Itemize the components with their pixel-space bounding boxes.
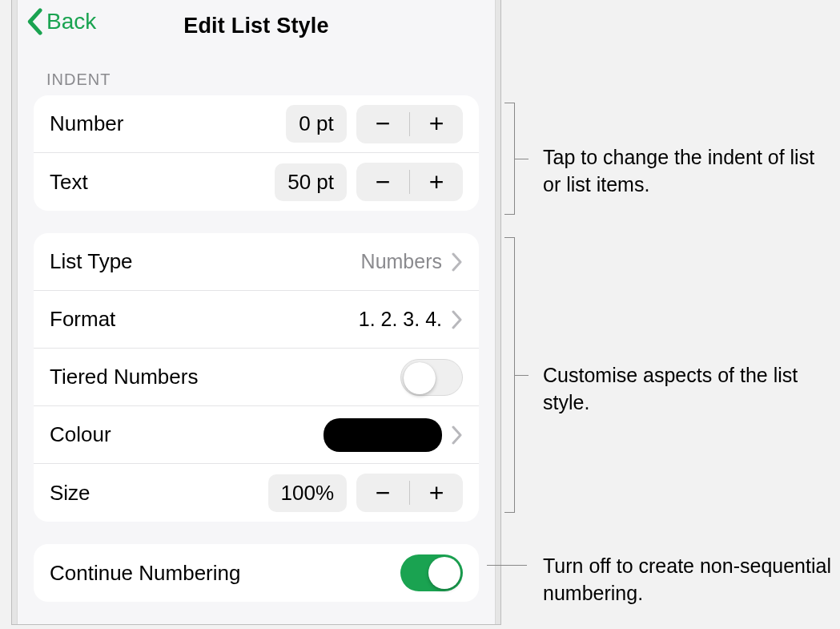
size-label: Size [50, 481, 90, 506]
size-row: Size 100% − + [34, 464, 479, 522]
format-label: Format [50, 307, 115, 332]
continue-numbering-label: Continue Numbering [50, 561, 240, 586]
indent-text-row: Text 50 pt − + [34, 153, 479, 211]
style-group: List Type Numbers Format 1. 2. 3. 4. [34, 233, 479, 522]
continue-callout-text: Turn off to create non-sequential number… [543, 553, 839, 607]
colour-swatch [324, 418, 442, 452]
size-value[interactable]: 100% [268, 474, 348, 512]
indent-text-decrement[interactable]: − [356, 163, 409, 201]
colour-label: Colour [50, 422, 111, 447]
format-value: 1. 2. 3. 4. [359, 308, 442, 331]
continue-numbering-group: Continue Numbering [34, 544, 479, 602]
indent-callout-bracket [504, 103, 529, 215]
chevron-right-icon [452, 310, 463, 329]
indent-number-value[interactable]: 0 pt [286, 105, 347, 143]
list-type-label: List Type [50, 249, 133, 274]
indent-text-increment[interactable]: + [410, 163, 463, 201]
tiered-numbers-label: Tiered Numbers [50, 365, 198, 389]
indent-number-controls: 0 pt − + [286, 105, 463, 143]
panel-header: Back Edit List Style [18, 0, 495, 51]
indent-text-stepper: − + [356, 163, 463, 201]
colour-row[interactable]: Colour [34, 406, 479, 464]
style-callout-text: Customise aspects of the list style. [543, 362, 823, 417]
edit-list-style-panel: Back Edit List Style INDENT Number 0 pt … [17, 0, 496, 624]
tiered-numbers-row: Tiered Numbers [34, 349, 479, 406]
toggle-knob [428, 557, 460, 589]
size-increment[interactable]: + [410, 474, 463, 512]
indent-number-increment[interactable]: + [410, 105, 463, 143]
toggle-knob [404, 362, 436, 394]
size-stepper: − + [356, 474, 463, 512]
format-row[interactable]: Format 1. 2. 3. 4. [34, 291, 479, 349]
indent-number-row: Number 0 pt − + [34, 95, 479, 153]
indent-number-label: Number [50, 111, 123, 136]
indent-callout-text: Tap to change the indent of list or list… [543, 144, 823, 199]
back-button[interactable]: Back [26, 8, 96, 35]
size-decrement[interactable]: − [356, 474, 409, 512]
indent-text-controls: 50 pt − + [275, 163, 463, 201]
continue-numbering-toggle[interactable] [400, 554, 463, 591]
panel-title: Edit List Style [183, 14, 329, 38]
list-type-value: Numbers [361, 250, 442, 273]
chevron-right-icon [452, 252, 463, 272]
indent-section-header: INDENT [18, 51, 495, 95]
chevron-right-icon [452, 425, 463, 445]
indent-number-decrement[interactable]: − [356, 105, 409, 143]
indent-group: Number 0 pt − + Text 50 pt − [34, 95, 479, 211]
indent-text-label: Text [50, 170, 88, 195]
back-label: Back [46, 9, 96, 34]
indent-text-value[interactable]: 50 pt [275, 163, 347, 201]
list-type-row[interactable]: List Type Numbers [34, 233, 479, 291]
continue-numbering-row: Continue Numbering [34, 544, 479, 602]
style-callout-bracket [504, 237, 529, 513]
indent-number-stepper: − + [356, 105, 463, 143]
continue-callout-line [487, 565, 527, 566]
chevron-left-icon [26, 8, 43, 35]
panel-outer: Back Edit List Style INDENT Number 0 pt … [11, 0, 501, 625]
tiered-numbers-toggle[interactable] [400, 359, 463, 396]
